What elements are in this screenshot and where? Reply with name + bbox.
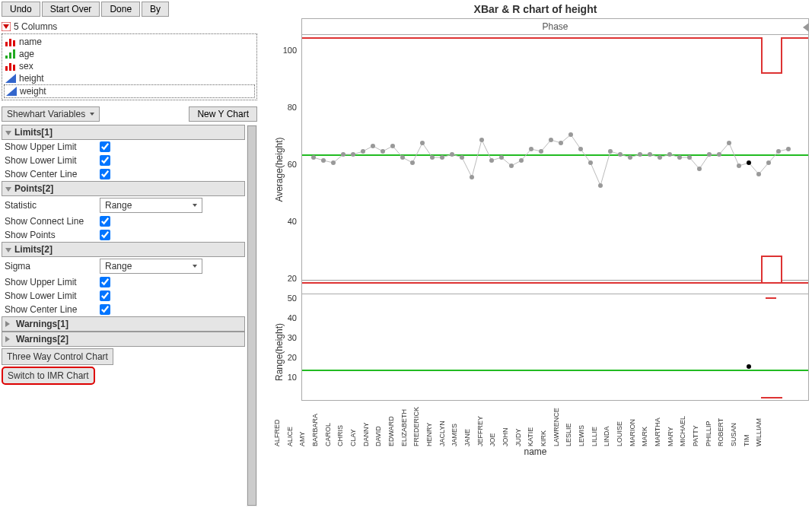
svg-point-60 <box>776 149 781 154</box>
svg-point-61 <box>786 147 791 151</box>
svg-point-17 <box>351 152 355 157</box>
section-warnings2[interactable]: Warnings[2] <box>2 332 245 347</box>
svg-point-32 <box>499 155 504 160</box>
svg-rect-10 <box>13 65 15 71</box>
svg-point-43 <box>608 149 613 154</box>
column-item-weight[interactable]: weight <box>4 84 255 98</box>
column-label: height <box>19 73 44 84</box>
limits2-upper-checkbox[interactable] <box>100 277 110 287</box>
svg-marker-12 <box>6 87 17 96</box>
undo-button[interactable]: Undo <box>2 2 40 17</box>
svg-point-58 <box>756 172 761 176</box>
new-y-chart-button[interactable]: New Y Chart <box>189 106 257 122</box>
range-series <box>302 294 808 400</box>
svg-point-27 <box>450 152 454 157</box>
svg-point-15 <box>331 160 336 165</box>
limits1-center-checkbox[interactable] <box>100 169 110 179</box>
limits1-lower-checkbox[interactable] <box>100 155 110 166</box>
collapse-icon[interactable] <box>803 23 809 32</box>
svg-point-47 <box>648 152 652 157</box>
statistic-select[interactable]: Range <box>100 198 202 213</box>
limits1-upper-checkbox[interactable] <box>100 141 110 152</box>
show-points-checkbox[interactable] <box>100 230 110 240</box>
section-warnings1[interactable]: Warnings[1] <box>2 316 245 332</box>
xbar-chart[interactable] <box>302 35 808 294</box>
done-button[interactable]: Done <box>101 2 140 17</box>
columns-count: 5 Columns <box>14 21 57 32</box>
svg-point-62 <box>747 364 751 369</box>
limits1-center: Show Center Line <box>2 167 245 181</box>
options-scrollbar[interactable] <box>247 125 257 506</box>
xbar-series <box>302 35 808 294</box>
section-limits2[interactable]: Limits[2] <box>2 242 245 257</box>
column-label: age <box>19 49 34 59</box>
ytick: 80 <box>288 103 297 112</box>
svg-point-28 <box>460 155 464 160</box>
svg-point-13 <box>311 155 316 160</box>
column-item-age[interactable]: age <box>4 48 255 60</box>
column-item-sex[interactable]: sex <box>4 60 255 72</box>
svg-rect-2 <box>5 42 8 46</box>
svg-rect-7 <box>13 49 15 59</box>
chart-title: XBar & R chart of height <box>262 3 809 15</box>
nominal-icon <box>5 62 16 71</box>
svg-point-44 <box>618 152 623 157</box>
limits1-upper: Show Upper Limit <box>2 140 245 154</box>
svg-point-35 <box>529 147 533 151</box>
ytick: 50 <box>288 294 297 303</box>
ytick: 60 <box>288 160 297 169</box>
svg-point-34 <box>519 158 524 163</box>
column-item-height[interactable]: height <box>4 72 255 84</box>
switch-imr-button[interactable]: Switch to IMR Chart <box>2 367 95 385</box>
svg-point-52 <box>697 167 702 171</box>
ytick: 10 <box>288 373 297 382</box>
phase-header: Phase <box>301 18 809 35</box>
svg-point-36 <box>539 149 543 154</box>
svg-rect-8 <box>5 66 8 71</box>
svg-point-14 <box>321 158 326 163</box>
svg-point-46 <box>638 152 642 157</box>
x-tick-label: WILLIAM <box>755 418 794 446</box>
svg-point-53 <box>707 152 712 157</box>
ytick: 20 <box>288 274 297 283</box>
svg-point-21 <box>390 144 395 148</box>
svg-point-56 <box>737 164 741 168</box>
svg-point-31 <box>489 158 494 163</box>
columns-menu-icon[interactable] <box>2 22 11 31</box>
svg-marker-1 <box>3 24 9 29</box>
svg-point-40 <box>578 147 583 151</box>
connect-line-checkbox[interactable] <box>100 216 110 227</box>
svg-point-59 <box>766 160 771 165</box>
svg-point-45 <box>628 155 632 160</box>
svg-rect-5 <box>5 56 8 59</box>
limits2-center: Show Center Line <box>2 303 245 316</box>
ytick: 100 <box>283 46 297 55</box>
x-axis-names: ALFREDALICEAMYBARBARACAROLCHRISCLAYDANNY… <box>301 401 809 446</box>
ordinal-icon <box>5 49 16 59</box>
limits2-upper: Show Upper Limit <box>2 275 245 289</box>
chart-type-select[interactable]: Shewhart Variables <box>2 106 100 122</box>
svg-point-29 <box>470 175 474 179</box>
ytick: 40 <box>288 217 297 226</box>
by-button[interactable]: By <box>142 2 169 17</box>
limits2-center-checkbox[interactable] <box>100 304 110 315</box>
svg-point-25 <box>430 155 435 160</box>
columns-list: name age sex height weight <box>2 33 257 100</box>
sigma-select[interactable]: Range <box>100 259 202 274</box>
column-item-name[interactable]: name <box>4 36 255 48</box>
section-limits1[interactable]: Limits[1] <box>2 125 245 140</box>
svg-point-16 <box>341 152 345 157</box>
svg-point-23 <box>410 160 415 165</box>
limits2-sigma: Sigma Range <box>2 257 245 275</box>
start-over-button[interactable]: Start Over <box>42 2 100 17</box>
three-way-button[interactable]: Three Way Control Chart <box>2 348 113 365</box>
range-chart[interactable] <box>302 294 808 400</box>
limits2-lower-checkbox[interactable] <box>100 291 110 301</box>
svg-point-48 <box>658 155 662 160</box>
points2-connect: Show Connect Line <box>2 214 245 228</box>
svg-point-33 <box>509 164 514 168</box>
svg-point-30 <box>479 138 484 142</box>
section-points2[interactable]: Points[2] <box>2 181 245 196</box>
svg-point-54 <box>717 152 721 157</box>
points2-showpts: Show Points <box>2 228 245 242</box>
